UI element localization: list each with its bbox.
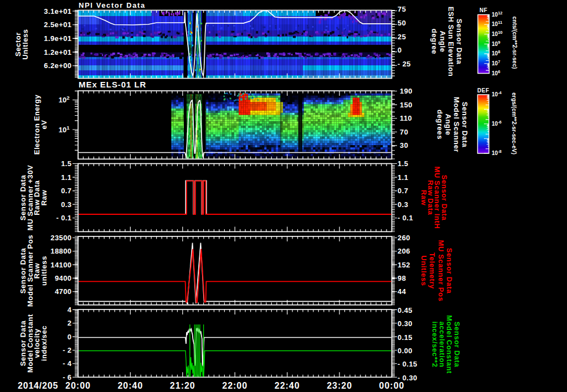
svg-text:50: 50 [398,19,406,27]
svg-text:MU Scanner Pos: MU Scanner Pos [437,240,445,302]
svg-text:- 4: - 4 [63,359,72,368]
svg-text:1.2e+01: 1.2e+01 [44,48,71,56]
svg-text:30: 30 [400,141,408,149]
svg-text:Angle: Angle [439,30,447,52]
svg-text:Raw: Raw [40,189,48,205]
svg-text:190: 190 [400,87,413,95]
svg-text:Angle: Angle [444,114,452,135]
svg-text:Unitless: Unitless [21,29,29,59]
svg-text:206: 206 [398,247,410,255]
svg-text:eV: eV [40,120,48,129]
svg-text:150: 150 [400,101,413,109]
svg-text:75: 75 [398,5,406,13]
svg-text:NF: NF [480,7,487,13]
svg-text:Telemetry: Telemetry [428,252,436,289]
svg-text:23:20: 23:20 [327,381,352,390]
svg-text:00:00: 00:00 [379,381,405,390]
svg-text:Sensor Data: Sensor Data [445,248,453,294]
svg-text:2.5e+01: 2.5e+01 [44,20,71,29]
svg-text:20:00: 20:00 [65,381,91,390]
svg-text:152: 152 [398,261,410,269]
svg-text:- 2: - 2 [63,346,71,354]
svg-text:- 25: - 25 [398,60,411,68]
svg-text:1.5: 1.5 [398,159,408,168]
svg-text:- 0.15: - 0.15 [398,360,417,368]
svg-text:ergs/(cm**2-sr-sec-eV): ergs/(cm**2-sr-sec-eV) [511,92,518,154]
svg-text:22:40: 22:40 [275,381,300,390]
svg-text:1.9e+01: 1.9e+01 [44,34,71,43]
svg-text:2: 2 [68,319,72,327]
svg-text:23500: 23500 [50,234,71,242]
svg-text:incex/sec**2: incex/sec**2 [431,321,439,367]
svg-text:- 6: - 6 [63,373,71,381]
svg-text:degrees: degrees [436,110,444,140]
svg-text:cnts/(cm**2-sr-sec): cnts/(cm**2-sr-sec) [512,16,518,69]
svg-text:70: 70 [400,128,408,136]
svg-text:0.7: 0.7 [61,187,71,195]
svg-text:1.5: 1.5 [61,159,71,168]
svg-text:0: 0 [68,333,72,341]
svg-text:98: 98 [398,274,406,282]
svg-text:0.3: 0.3 [61,200,71,209]
svg-text:4: 4 [68,306,72,314]
svg-text:Raw: Raw [420,190,428,206]
svg-text:0.45: 0.45 [398,306,413,314]
svg-text:6.2e+00: 6.2e+00 [44,61,71,70]
svg-text:NPI Vector Data: NPI Vector Data [79,1,146,9]
svg-text:14100: 14100 [50,261,71,269]
svg-text:25: 25 [398,33,406,41]
svg-text:18800: 18800 [50,247,71,255]
svg-text:Model Scanner: Model Scanner [452,97,461,152]
svg-text:2014/205: 2014/205 [18,381,58,390]
svg-text:- 0.1: - 0.1 [398,214,413,222]
svg-text:Sensor Data: Sensor Data [455,19,463,65]
svg-text:Sensor Data: Sensor Data [461,102,469,148]
svg-text:Unitless: Unitless [420,255,428,286]
svg-text:MEx ELS-01 LR: MEx ELS-01 LR [79,80,146,89]
svg-text:3.1e+01: 3.1e+01 [44,7,71,16]
svg-text:DEF: DEF [477,87,489,94]
svg-text:degree: degree [430,29,439,54]
svg-text:0.15: 0.15 [398,333,413,342]
svg-text:index/sec: index/sec [40,326,48,362]
svg-text:ESH Sun Elevation: ESH Sun Elevation [447,7,455,77]
svg-text:0.3: 0.3 [398,200,408,209]
svg-text:4700: 4700 [55,287,72,296]
svg-text:1.1: 1.1 [61,173,71,182]
svg-text:20:40: 20:40 [117,381,143,390]
svg-text:1.1: 1.1 [398,173,408,182]
svg-text:0.00: 0.00 [398,347,413,355]
svg-text:- 0.1: - 0.1 [56,214,71,222]
svg-text:110: 110 [400,114,412,122]
svg-text:44: 44 [398,287,406,296]
svg-text:unitless: unitless [40,256,48,286]
svg-text:9400: 9400 [55,274,72,282]
svg-text:260: 260 [398,234,410,242]
svg-text:0.7: 0.7 [398,187,408,195]
svg-text:22:00: 22:00 [222,381,248,390]
svg-text:21:20: 21:20 [170,381,195,390]
svg-text:0: 0 [398,46,402,54]
svg-text:0.30: 0.30 [398,319,413,328]
